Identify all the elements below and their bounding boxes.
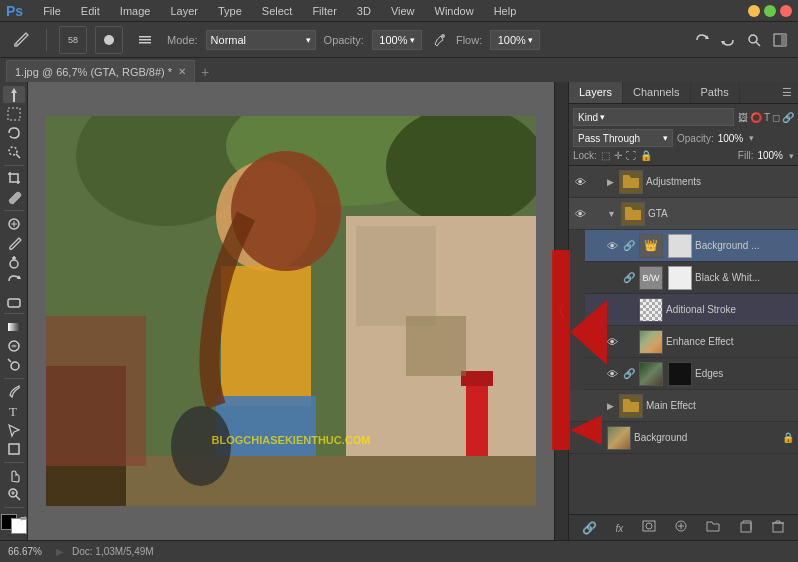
flow-input[interactable]: 100%▾ bbox=[490, 30, 540, 50]
menu-edit[interactable]: Edit bbox=[77, 3, 104, 19]
layer-main-effect[interactable]: 👁 ▶ Main Effect bbox=[569, 390, 798, 422]
lock-pixel-icon[interactable]: ⬚ bbox=[601, 150, 610, 161]
tab-layers[interactable]: Layers bbox=[569, 82, 623, 103]
fx-button[interactable]: fx bbox=[611, 521, 627, 535]
opacity-input[interactable]: 100%▾ bbox=[372, 30, 422, 50]
layer-black-white[interactable]: 👁 🔗 B/W Black & Whit... bbox=[585, 262, 798, 294]
brush-options-icon[interactable] bbox=[131, 26, 159, 54]
group-arrow-adjustments[interactable]: ▶ bbox=[607, 177, 614, 187]
quick-select-tool[interactable] bbox=[3, 144, 25, 161]
add-mask-button[interactable] bbox=[638, 520, 660, 535]
eye-black-white[interactable]: 👁 bbox=[605, 271, 619, 285]
add-group-button[interactable] bbox=[702, 519, 724, 536]
dodge-tool[interactable] bbox=[3, 357, 25, 374]
hand-tool[interactable] bbox=[3, 466, 25, 483]
add-adjustment-button[interactable] bbox=[670, 519, 692, 536]
maximize-button[interactable] bbox=[764, 5, 776, 17]
brush-tool[interactable] bbox=[3, 234, 25, 251]
pen-tool[interactable] bbox=[3, 383, 25, 400]
adjustment-filter-icon[interactable]: ⭕ bbox=[750, 112, 762, 123]
layer-additional-stroke[interactable]: 👁 Aditional Stroke bbox=[585, 294, 798, 326]
group-arrow-gta[interactable]: ▼ bbox=[607, 209, 616, 219]
link-edges[interactable]: 🔗 bbox=[622, 367, 636, 381]
blend-mode-dropdown[interactable]: Pass Through ▾ bbox=[573, 129, 673, 147]
layer-background-copy[interactable]: 👁 🔗 👑 Background ... bbox=[585, 230, 798, 262]
lock-position-icon[interactable]: ✛ bbox=[614, 150, 622, 161]
minimize-button[interactable] bbox=[748, 5, 760, 17]
layer-enhance-effect[interactable]: 👁 Enhance Effect bbox=[585, 326, 798, 358]
eye-enhance-effect[interactable]: 👁 bbox=[605, 335, 619, 349]
gradient-tool[interactable] bbox=[3, 318, 25, 335]
pixel-filter-icon[interactable]: 🖼 bbox=[738, 112, 748, 123]
panel-toggle-icon[interactable] bbox=[770, 30, 790, 50]
menu-select[interactable]: Select bbox=[258, 3, 297, 19]
menu-file[interactable]: File bbox=[39, 3, 65, 19]
link-background-copy[interactable]: 🔗 bbox=[622, 239, 636, 253]
eyedropper-tool[interactable] bbox=[3, 189, 25, 206]
menu-layer[interactable]: Layer bbox=[166, 3, 202, 19]
eye-additional-stroke[interactable]: 👁 bbox=[605, 303, 619, 317]
search-icon[interactable] bbox=[744, 30, 764, 50]
brush-tool-icon[interactable] bbox=[8, 29, 34, 51]
link-black-white[interactable]: 🔗 bbox=[622, 271, 636, 285]
blur-tool[interactable] bbox=[3, 337, 25, 354]
text-tool[interactable]: T bbox=[3, 402, 25, 419]
mode-dropdown[interactable]: Normal ▾ bbox=[206, 30, 316, 50]
layer-edges[interactable]: 👁 🔗 Edges bbox=[585, 358, 798, 390]
tab-close-button[interactable]: ✕ bbox=[178, 66, 186, 77]
add-layer-button[interactable] bbox=[735, 519, 757, 536]
restore-canvas-icon[interactable] bbox=[718, 30, 738, 50]
eye-background-copy[interactable]: 👁 bbox=[605, 239, 619, 253]
kind-filter-icons: 🖼 ⭕ T ◻ 🔗 bbox=[738, 112, 794, 123]
menu-view[interactable]: View bbox=[387, 3, 419, 19]
move-tool[interactable] bbox=[3, 86, 25, 103]
clone-stamp-tool[interactable] bbox=[3, 254, 25, 271]
delete-layer-button[interactable] bbox=[767, 519, 789, 536]
menu-3d[interactable]: 3D bbox=[353, 3, 375, 19]
brush-preset-picker[interactable] bbox=[95, 26, 123, 54]
color-swatches[interactable]: ⇄ bbox=[1, 514, 27, 534]
crop-tool[interactable] bbox=[3, 170, 25, 187]
zoom-tool[interactable] bbox=[3, 486, 25, 503]
history-brush-tool[interactable] bbox=[3, 273, 25, 290]
fill-value[interactable]: 100% bbox=[757, 150, 783, 161]
tab-paths[interactable]: Paths bbox=[691, 82, 740, 103]
eye-edges[interactable]: 👁 bbox=[605, 367, 619, 381]
menu-image[interactable]: Image bbox=[116, 3, 155, 19]
layer-adjustments[interactable]: 👁 ▶ Adjustments bbox=[569, 166, 798, 198]
tab-channels[interactable]: Channels bbox=[623, 82, 690, 103]
marquee-tool[interactable] bbox=[3, 105, 25, 122]
menu-help[interactable]: Help bbox=[490, 3, 521, 19]
eraser-tool[interactable] bbox=[3, 292, 25, 309]
shape-filter-icon[interactable]: ◻ bbox=[772, 112, 780, 123]
eye-background[interactable]: 👁 bbox=[573, 431, 587, 445]
close-button[interactable] bbox=[780, 5, 792, 17]
eye-adjustments[interactable]: 👁 bbox=[573, 175, 587, 189]
lasso-tool[interactable] bbox=[3, 125, 25, 142]
new-tab-button[interactable]: + bbox=[195, 62, 215, 82]
swap-colors-icon[interactable]: ⇄ bbox=[20, 514, 27, 523]
kind-dropdown[interactable]: Kind ▾ bbox=[573, 108, 734, 126]
panel-menu-button[interactable]: ☰ bbox=[776, 82, 798, 103]
layer-gta[interactable]: 👁 ▼ GTA bbox=[569, 198, 798, 230]
menu-window[interactable]: Window bbox=[431, 3, 478, 19]
layer-background[interactable]: 👁 Background 🔒 bbox=[569, 422, 798, 454]
lock-all-icon[interactable]: 🔒 bbox=[640, 150, 652, 161]
lock-art-board-icon[interactable]: ⛶ bbox=[626, 150, 636, 161]
document-tab[interactable]: 1.jpg @ 66,7% (GTA, RGB/8#) * ✕ bbox=[6, 60, 195, 82]
type-filter-icon[interactable]: T bbox=[764, 112, 770, 123]
group-arrow-main-effect[interactable]: ▶ bbox=[607, 401, 614, 411]
opacity-value[interactable]: 100% bbox=[718, 133, 744, 144]
path-selection-tool[interactable] bbox=[3, 421, 25, 438]
healing-brush-tool[interactable] bbox=[3, 215, 25, 232]
panel-collapse-bar[interactable] bbox=[554, 82, 568, 540]
menu-filter[interactable]: Filter bbox=[308, 3, 340, 19]
smart-filter-icon[interactable]: 🔗 bbox=[782, 112, 794, 123]
link-layers-button[interactable]: 🔗 bbox=[578, 521, 601, 535]
airbrush-icon[interactable] bbox=[430, 31, 448, 49]
eye-gta[interactable]: 👁 bbox=[573, 207, 587, 221]
menu-type[interactable]: Type bbox=[214, 3, 246, 19]
rectangle-tool[interactable] bbox=[3, 440, 25, 457]
eye-main-effect[interactable]: 👁 bbox=[573, 399, 587, 413]
rotate-canvas-icon[interactable] bbox=[692, 30, 712, 50]
